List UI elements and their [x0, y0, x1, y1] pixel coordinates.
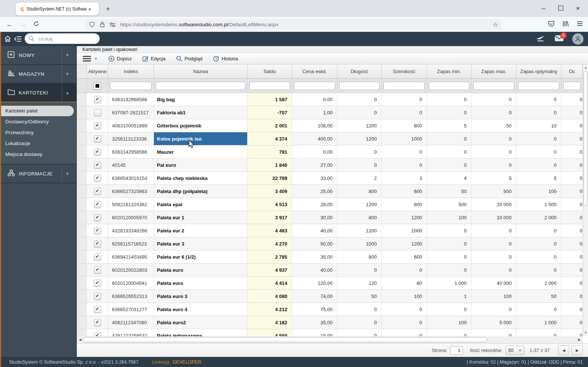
- checkbox-checked[interactable]: ✔: [94, 293, 101, 300]
- lock-icon[interactable]: [100, 21, 105, 28]
- filter-input-szerokosc[interactable]: [384, 82, 425, 90]
- cell-nazwa[interactable]: Big bag: [154, 93, 248, 106]
- cell-nazwa[interactable]: Paleta euro 4: [154, 303, 248, 316]
- cell-nazwa[interactable]: Paleta epal: [154, 198, 248, 211]
- column-header-indeks[interactable]: Indeks: [108, 64, 154, 78]
- cell-nazwa[interactable]: Paleta euro 3: [154, 290, 248, 303]
- shield-icon[interactable]: [89, 21, 95, 28]
- table-row[interactable]: ✔6020120004941Paleta euro4 414120,001208…: [77, 277, 583, 290]
- table-row[interactable]: ✔6363142968566Big bag1 5870,00000000: [77, 93, 583, 106]
- url-bar[interactable]: https://studiosystemdemo.softwarestudio.…: [85, 19, 502, 30]
- checkbox-checked[interactable]: ✔: [94, 240, 101, 247]
- checkbox-checked[interactable]: ✔: [94, 148, 101, 156]
- sidebar-item-dostawcy-odbiorcy[interactable]: Dostawcy/Odbiorcy: [0, 117, 76, 127]
- search-input[interactable]: [37, 36, 91, 42]
- page-number-input[interactable]: [450, 346, 463, 355]
- filter-input-oc[interactable]: [563, 82, 581, 90]
- column-header-dlugosc[interactable]: Długość: [337, 64, 382, 78]
- permissions-icon[interactable]: [109, 22, 116, 27]
- column-header-zapas_max[interactable]: Zapas max.: [472, 64, 516, 78]
- horizontal-scroll-thumb[interactable]: [83, 337, 487, 342]
- edycja-button[interactable]: Edycja: [142, 55, 166, 62]
- checkbox-checked[interactable]: ✔: [94, 253, 101, 261]
- table-row[interactable]: ✔5082161324362Paleta epal4 51328,0012008…: [77, 198, 583, 211]
- filter-input-zapas_max[interactable]: [473, 82, 514, 90]
- filter-input-nazwa[interactable]: [156, 82, 245, 90]
- cell-nazwa[interactable]: Paleta eur 6 (1/2): [154, 250, 248, 263]
- checkbox-checked[interactable]: ✔: [94, 188, 101, 195]
- checkbox-checked[interactable]: ✔: [94, 267, 101, 274]
- reload-button[interactable]: [31, 19, 41, 29]
- column-header-oc[interactable]: Oc: [561, 64, 583, 78]
- bookmark-star-icon[interactable]: ☆: [493, 21, 498, 28]
- scroll-up-arrow[interactable]: ▲: [583, 65, 588, 70]
- table-row[interactable]: ✔6366527315863Paleta dhp (półpaleta)3 40…: [77, 185, 583, 198]
- table-row[interactable]: ✔6020120005970Paleta eur 13 91730,008001…: [77, 211, 583, 224]
- checkbox-checked[interactable]: ✔: [94, 319, 101, 326]
- records-per-page-select[interactable]: 50▼: [506, 346, 524, 355]
- chevron-up-icon[interactable]: ▲: [62, 84, 73, 102]
- column-header-active[interactable]: Aktywne: [87, 64, 108, 78]
- cell-nazwa[interactable]: Paleta euro2: [154, 316, 248, 329]
- cell-nazwa[interactable]: Kolox pojemnik iso: [154, 132, 248, 145]
- sidebar-item-lokalizacje[interactable]: Lokalizacje: [0, 138, 76, 149]
- scroll-down-arrow[interactable]: ▼: [583, 330, 588, 336]
- sidebar-section-kartoteki[interactable]: KARTOTEKI ▲: [0, 84, 76, 102]
- menu-icon[interactable]: [576, 20, 584, 29]
- grid-menu-button[interactable]: [83, 55, 91, 63]
- forward-button[interactable]: →: [18, 19, 28, 29]
- tab-close-icon[interactable]: ×: [88, 6, 91, 12]
- checkbox-checked[interactable]: ✔: [94, 227, 101, 234]
- cell-nazwa[interactable]: Paleta eur 1: [154, 211, 248, 224]
- cell-nazwa[interactable]: Pal euro: [154, 159, 248, 171]
- cell-nazwa[interactable]: Paleta euro: [154, 277, 248, 289]
- table-row[interactable]: ✔40145Pal euro1 84027,00000000: [77, 159, 583, 172]
- cell-nazwa[interactable]: Paleta euro: [154, 264, 248, 276]
- next-page-button[interactable]: ▶: [572, 345, 583, 355]
- filter-input-zapas_opt[interactable]: [518, 82, 559, 90]
- sidebar-item-kartoteki-palet[interactable]: Kartoteki palet: [0, 106, 74, 116]
- cell-nazwa[interactable]: Paleta eur 3: [154, 237, 248, 250]
- cell-nazwa[interactable]: Paleta chep niebieska: [154, 172, 248, 184]
- checkbox-checked[interactable]: ✔: [94, 332, 101, 337]
- new-tab-button[interactable]: +: [103, 4, 113, 14]
- scroll-left-arrow[interactable]: ◀: [78, 337, 83, 342]
- table-row[interactable]: ✔4328193348266Paleta eur 24 46340,001200…: [77, 224, 583, 237]
- checkbox-checked[interactable]: ✔: [94, 201, 101, 208]
- sidebar-section-nowy[interactable]: NOWY ▼: [0, 46, 76, 65]
- table-row[interactable]: ✔6363142958566Mauzer7810,00000000: [77, 145, 583, 159]
- checkbox-checked[interactable]: ✔: [94, 175, 101, 182]
- checkbox-checked[interactable]: ✔: [94, 122, 101, 129]
- table-row[interactable]: ✔6256115716523Paleta eur 34 27050,001000…: [77, 237, 583, 250]
- table-row[interactable]: ✔3256113123336Kolox pojemnik iso4 374400…: [77, 132, 583, 145]
- checkbox-checked[interactable]: ✔: [94, 214, 101, 221]
- filter-input-saldo[interactable]: [249, 82, 290, 90]
- window-maximize-button[interactable]: [552, 3, 569, 14]
- column-header-szerokosc[interactable]: Szerokość: [382, 64, 427, 78]
- cell-nazwa[interactable]: Gitterbox pojemnik: [154, 119, 248, 132]
- column-header-nazwa[interactable]: Nazwa: [154, 64, 248, 78]
- sidebar-item-miejsca-dostawy[interactable]: Miejsca dostawy: [0, 149, 76, 160]
- table-row[interactable]: ✔6368543014154Paleta chep niebieska22 78…: [77, 172, 583, 185]
- chevron-down-icon[interactable]: ▼: [62, 46, 73, 64]
- table-row[interactable]: ✔4062112347080Paleta euro24 18235,000010…: [77, 316, 583, 329]
- window-minimize-button[interactable]: ─: [535, 3, 552, 14]
- table-row[interactable]: ✔6369421403495Paleta eur 6 (1/2)2 78535,…: [77, 250, 583, 264]
- sidebar-item-przewoznicy[interactable]: Przewoźnicy: [0, 127, 76, 138]
- filter-input-indeks[interactable]: [110, 82, 152, 90]
- pocket-icon[interactable]: [548, 20, 555, 29]
- filter-input-dlugosc[interactable]: [339, 82, 379, 90]
- cell-nazwa[interactable]: Paleta jednorazowa: [154, 329, 248, 336]
- vertical-scroll-thumb[interactable]: [584, 71, 588, 206]
- checkbox-checked[interactable]: ✔: [94, 162, 101, 169]
- column-header-zapas_opt[interactable]: Zapas optymalny: [516, 64, 561, 78]
- checkbox-unchecked[interactable]: [94, 109, 101, 116]
- podglad-button[interactable]: Podgląd: [176, 55, 203, 62]
- sidebar-section-magazyn[interactable]: MAGAZYN ▼: [0, 65, 76, 84]
- mail-icon[interactable]: 5: [554, 34, 564, 43]
- chevron-down-icon[interactable]: ▼: [62, 65, 73, 83]
- horizontal-scrollbar[interactable]: ◀ ▶: [77, 336, 583, 343]
- column-header-saldo[interactable]: Saldo: [248, 64, 292, 78]
- filter-input-zapas_min[interactable]: [429, 82, 469, 90]
- checkbox-checked[interactable]: ✔: [94, 280, 101, 287]
